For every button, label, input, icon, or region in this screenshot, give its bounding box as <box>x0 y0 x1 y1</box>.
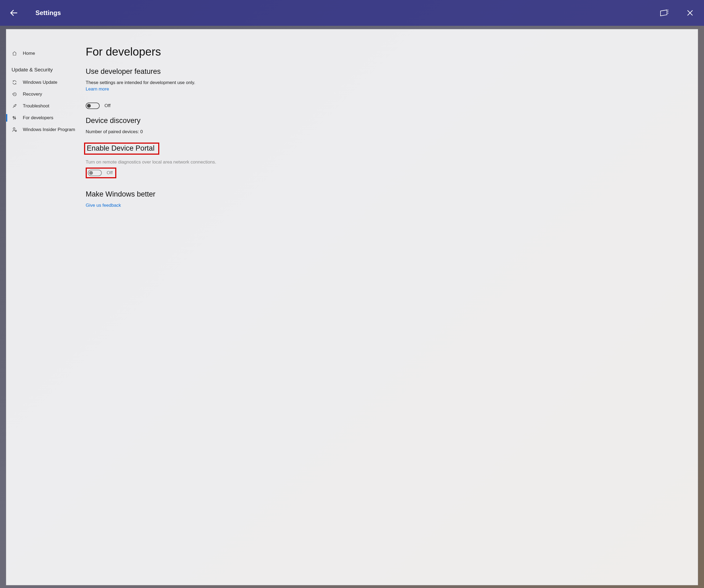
close-icon <box>686 9 694 17</box>
section-heading-device-portal: Enable Device Portal <box>87 144 155 152</box>
sidebar-home[interactable]: Home <box>6 48 83 59</box>
close-button[interactable] <box>684 6 697 19</box>
toggle-knob <box>89 171 93 175</box>
paired-devices-count: Number of paired devices: 0 <box>86 129 687 134</box>
learn-more-link[interactable]: Learn more <box>86 86 109 92</box>
content-area: For developers Use developer features Th… <box>83 29 698 585</box>
feedback-link[interactable]: Give us feedback <box>86 203 121 208</box>
developer-icon <box>11 116 17 120</box>
sidebar: Home Update & Security Windows Update Re… <box>6 29 83 585</box>
person-badge-icon <box>11 127 17 132</box>
app-title: Settings <box>36 9 61 17</box>
sidebar-item-recovery[interactable]: Recovery <box>6 88 83 100</box>
svg-point-11 <box>13 128 15 130</box>
sidebar-home-label: Home <box>23 51 35 56</box>
svg-line-6 <box>13 106 14 108</box>
device-portal-toggle-label: Off <box>107 170 113 176</box>
sync-icon <box>11 80 17 85</box>
section-heading-dev-features: Use developer features <box>86 67 687 76</box>
sidebar-item-insider[interactable]: Windows Insider Program <box>6 124 83 136</box>
sidebar-section-label: Update & Security <box>6 59 83 76</box>
wrench-icon <box>11 104 17 109</box>
dev-features-toggle-row: Off <box>86 103 687 109</box>
toggle-knob <box>87 104 91 108</box>
titlebar: Settings <box>0 0 704 26</box>
arrow-left-icon <box>9 8 19 18</box>
back-button[interactable] <box>7 6 20 19</box>
device-portal-desc: Turn on remote diagnostics over local ar… <box>86 159 687 165</box>
dev-features-toggle-label: Off <box>105 103 110 109</box>
dev-features-toggle[interactable] <box>86 103 100 109</box>
dev-features-desc: These settings are intended for developm… <box>86 80 687 85</box>
resize-window-button[interactable] <box>658 6 671 19</box>
section-heading-make-windows-better: Make Windows better <box>86 190 687 198</box>
sidebar-item-label: For developers <box>23 115 80 121</box>
page-title: For developers <box>86 45 687 58</box>
sidebar-item-label: Windows Update <box>23 80 80 85</box>
sidebar-item-label: Windows Insider Program <box>23 127 80 132</box>
sidebar-item-for-developers[interactable]: For developers <box>6 112 83 124</box>
window-slate-icon <box>660 9 669 17</box>
annotation-highlight-heading: Enable Device Portal <box>84 143 159 155</box>
sidebar-item-label: Recovery <box>23 91 80 97</box>
home-icon <box>11 51 17 56</box>
annotation-highlight-toggle: Off <box>86 168 116 178</box>
settings-window: Home Update & Security Windows Update Re… <box>6 29 698 585</box>
history-icon <box>11 92 17 96</box>
sidebar-item-troubleshoot[interactable]: Troubleshoot <box>6 100 83 112</box>
section-heading-device-discovery: Device discovery <box>86 117 687 125</box>
device-portal-toggle[interactable] <box>88 170 102 176</box>
sidebar-item-windows-update[interactable]: Windows Update <box>6 76 83 88</box>
sidebar-item-label: Troubleshoot <box>23 104 80 109</box>
